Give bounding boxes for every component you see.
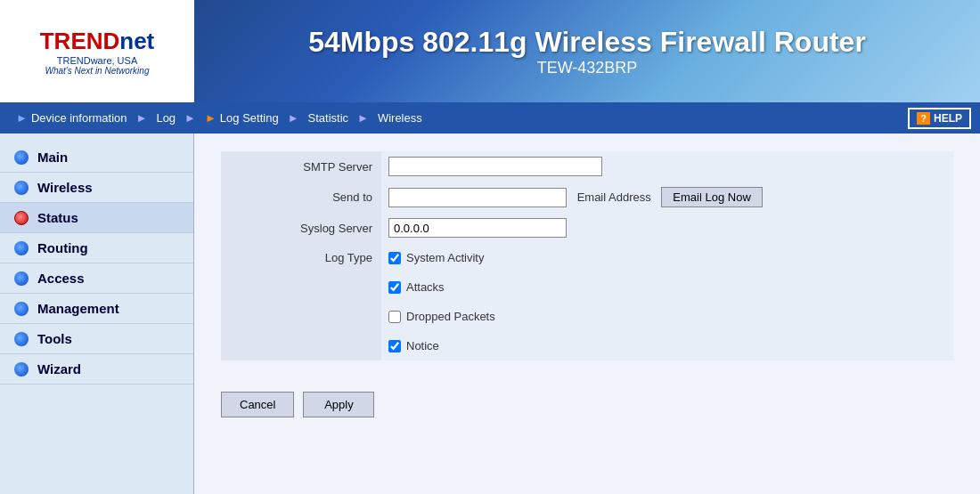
nav-arrow-active: ►	[205, 111, 216, 125]
sidebar-item-routing[interactable]: Routing	[0, 233, 193, 263]
log-type-system-activity-row: Log Type System Activity	[221, 243, 953, 272]
dot-management	[14, 302, 29, 316]
sidebar-item-wireless[interactable]: Wireless	[0, 173, 193, 203]
logo-tagline: What's Next in Networking	[45, 66, 150, 76]
log-type-notice-cell: Notice	[381, 331, 953, 360]
logo-brand: TRENDnet	[40, 28, 155, 55]
sidebar-item-tools[interactable]: Tools	[0, 324, 193, 354]
checkbox-dropped-packets[interactable]	[388, 311, 401, 323]
help-label: HELP	[934, 112, 962, 125]
nav-arrow-1: ►	[16, 111, 28, 125]
product-title: 54Mbps 802.11g Wireless Firewall Router	[194, 26, 980, 59]
log-type-system-activity-cell: System Activity	[381, 243, 953, 272]
checkbox-notice-label: Notice	[406, 339, 439, 352]
log-type-label: Log Type	[221, 243, 381, 272]
nav-label-5: Wireless	[378, 111, 422, 125]
header-title: 54Mbps 802.11g Wireless Firewall Router …	[194, 26, 980, 77]
main-area: Main Wireless Status Routing Access Mana…	[0, 134, 980, 494]
log-type-dropped-packets-row: Dropped Packets	[221, 302, 953, 331]
sidebar-item-main[interactable]: Main	[0, 142, 193, 173]
email-log-now-button[interactable]: Email Log Now	[661, 187, 762, 207]
email-address-label: Email Address	[577, 190, 651, 204]
cancel-button[interactable]: Cancel	[221, 392, 294, 417]
log-type-label-empty-1	[221, 272, 381, 302]
smtp-server-row: SMTP Server	[221, 151, 953, 182]
nav-device-information[interactable]: ► Device information	[9, 111, 135, 125]
syslog-server-label: Syslog Server	[221, 213, 381, 243]
logo-area: TRENDnet TRENDware, USA What's Next in N…	[0, 0, 194, 102]
checkbox-system-activity-row: System Activity	[388, 248, 946, 267]
checkbox-attacks-label: Attacks	[406, 280, 445, 294]
checkbox-system-activity-label: System Activity	[406, 251, 484, 264]
syslog-server-input[interactable]	[388, 218, 567, 238]
sidebar-label-routing: Routing	[37, 240, 88, 255]
header: TRENDnet TRENDware, USA What's Next in N…	[0, 0, 980, 102]
sidebar-label-management: Management	[37, 301, 119, 316]
checkbox-system-activity[interactable]	[388, 252, 401, 264]
nav-label-1: Device information	[31, 111, 127, 125]
send-to-input-cell: Email Address Email Log Now	[381, 182, 953, 213]
content-area: SMTP Server Send to Email Address Email …	[194, 134, 980, 494]
dot-access	[14, 271, 29, 286]
sidebar-item-management[interactable]: Management	[0, 294, 193, 324]
dot-main	[14, 150, 29, 165]
syslog-server-input-cell	[381, 213, 953, 243]
checkbox-notice-row: Notice	[388, 336, 946, 355]
log-type-attacks-row: Attacks	[221, 272, 953, 302]
smtp-server-input[interactable]	[388, 157, 602, 176]
checkbox-notice[interactable]	[388, 340, 401, 352]
dot-tools	[14, 332, 29, 346]
dot-status	[14, 211, 29, 225]
log-type-notice-row: Notice	[221, 331, 953, 360]
checkbox-dropped-packets-row: Dropped Packets	[388, 307, 946, 326]
sidebar: Main Wireless Status Routing Access Mana…	[0, 134, 194, 494]
nav-statistic[interactable]: Statistic	[301, 111, 356, 125]
navbar: ► Device information ► Log ► ► Log Setti…	[0, 102, 980, 134]
log-type-label-empty-2	[221, 302, 381, 331]
sidebar-label-wireless: Wireless	[37, 180, 93, 195]
help-button[interactable]: ? HELP	[908, 108, 971, 129]
dot-wizard	[14, 362, 29, 377]
dot-routing	[14, 241, 29, 255]
nav-log-setting[interactable]: ► Log Setting	[198, 111, 286, 125]
log-type-dropped-packets-cell: Dropped Packets	[381, 302, 953, 331]
dot-wireless	[14, 181, 29, 195]
nav-log[interactable]: Log	[149, 111, 183, 125]
help-icon: ?	[917, 112, 930, 125]
nav-label-2: Log	[156, 111, 176, 125]
sidebar-label-tools: Tools	[37, 331, 72, 346]
sidebar-item-status[interactable]: Status	[0, 203, 193, 233]
send-to-row: Send to Email Address Email Log Now	[221, 182, 953, 213]
nav-label-4: Statistic	[308, 111, 349, 125]
apply-button[interactable]: Apply	[303, 392, 374, 417]
nav-wireless[interactable]: Wireless	[371, 111, 429, 125]
navbar-items: ► Device information ► Log ► ► Log Setti…	[9, 111, 908, 125]
log-setting-form: SMTP Server Send to Email Address Email …	[221, 151, 953, 360]
nav-label-3: Log Setting	[220, 111, 279, 125]
sidebar-item-access[interactable]: Access	[0, 263, 193, 294]
smtp-server-input-cell	[381, 151, 953, 182]
checkbox-dropped-packets-label: Dropped Packets	[406, 310, 495, 323]
send-to-input[interactable]	[388, 188, 567, 207]
sidebar-label-main: Main	[37, 150, 68, 165]
sidebar-label-status: Status	[37, 210, 78, 225]
sidebar-item-wizard[interactable]: Wizard	[0, 354, 193, 385]
sidebar-label-access: Access	[37, 271, 85, 286]
checkbox-attacks[interactable]	[388, 281, 401, 294]
sidebar-label-wizard: Wizard	[37, 361, 81, 377]
content-inner: SMTP Server Send to Email Address Email …	[194, 134, 980, 378]
send-to-label: Send to	[221, 182, 381, 213]
log-type-attacks-cell: Attacks	[381, 272, 953, 302]
smtp-server-label: SMTP Server	[221, 151, 381, 182]
product-model: TEW-432BRP	[194, 59, 980, 77]
logo-sub: TRENDware, USA	[57, 55, 137, 66]
syslog-server-row: Syslog Server	[221, 213, 953, 243]
checkbox-attacks-row: Attacks	[388, 278, 946, 296]
log-type-label-empty-3	[221, 331, 381, 360]
bottom-bar: Cancel Apply	[194, 378, 980, 431]
